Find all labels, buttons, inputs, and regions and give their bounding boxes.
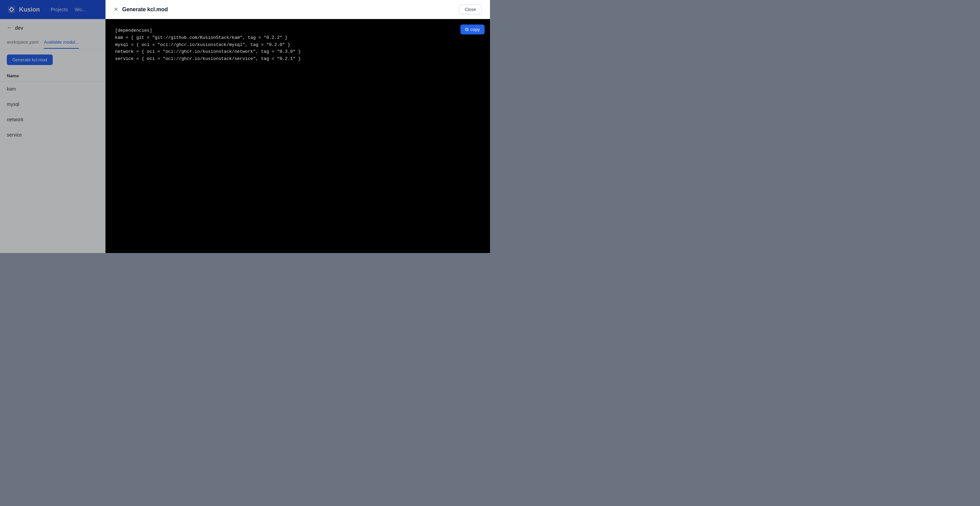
modal-close-x-icon[interactable]: ✕ <box>114 7 118 12</box>
copy-button[interactable]: ⧉ copy <box>460 24 485 34</box>
copy-button-label: copy <box>471 27 480 32</box>
modal-panel: ✕ Generate kcl.mod Close [dependencies] … <box>105 0 490 253</box>
code-content: [dependencies] kam = { git = "git://gith… <box>105 19 490 71</box>
modal-title-row: ✕ Generate kcl.mod <box>114 6 168 13</box>
modal-header: ✕ Generate kcl.mod Close <box>105 0 490 19</box>
copy-icon: ⧉ <box>465 27 469 32</box>
modal-body: [dependencies] kam = { git = "git://gith… <box>105 19 490 253</box>
modal-close-button[interactable]: Close <box>459 5 482 14</box>
modal-title: Generate kcl.mod <box>122 6 168 13</box>
